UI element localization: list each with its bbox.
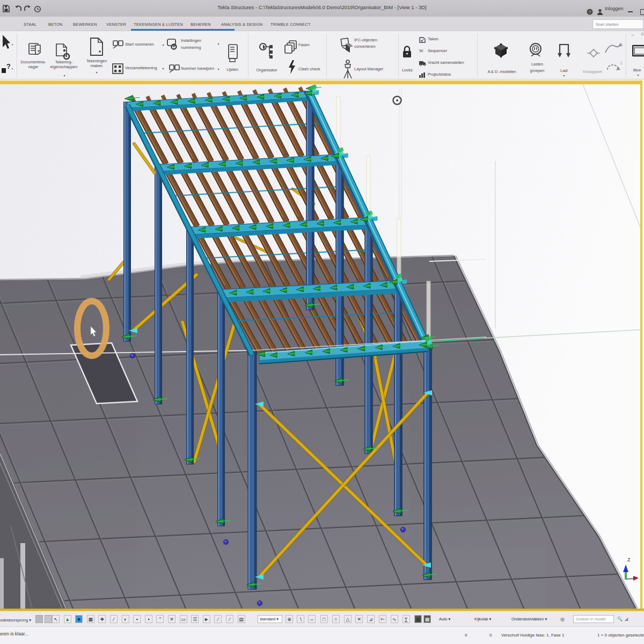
svg-text:?: ? [6, 62, 10, 70]
svg-text:Z: Z [627, 557, 631, 562]
svg-text:1: 1 [620, 61, 623, 65]
svg-text:1: 1 [621, 43, 623, 47]
svg-text:?: ? [589, 10, 591, 14]
